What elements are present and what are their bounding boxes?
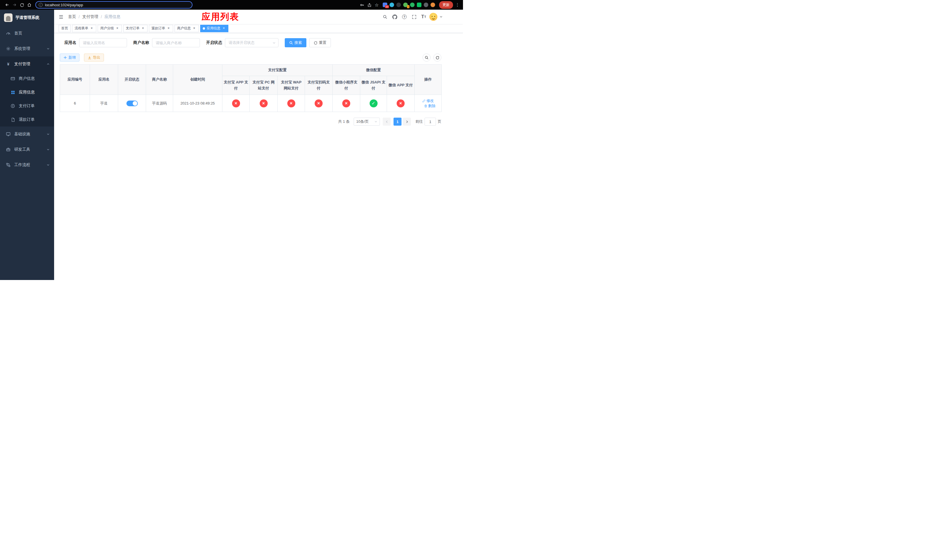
status-toggle[interactable] <box>126 101 138 106</box>
extension-icon[interactable] <box>431 3 435 7</box>
next-page-button[interactable] <box>403 118 411 126</box>
chevron-up-icon <box>47 63 50 65</box>
sidebar-item-pay[interactable]: ¥ 支付管理 <box>0 56 54 72</box>
tab-home[interactable]: 首页 <box>59 25 71 32</box>
sidebar-item-home[interactable]: 首页 <box>0 26 54 41</box>
github-icon[interactable] <box>391 13 399 21</box>
search-icon[interactable] <box>381 13 389 21</box>
sidebar-item-merchant-info[interactable]: 商户信息 <box>0 72 54 85</box>
avatar[interactable] <box>430 13 437 21</box>
tab-flow-form[interactable]: 流程表单 × <box>72 25 96 32</box>
edit-link-label: 修改 <box>427 98 434 103</box>
reload-icon[interactable] <box>18 1 26 9</box>
table-refresh-button[interactable] <box>433 53 441 62</box>
extension-icon[interactable] <box>396 3 401 7</box>
reset-button-label: 重置 <box>319 40 326 45</box>
close-icon[interactable]: × <box>90 26 94 30</box>
reset-button[interactable]: 重置 <box>309 38 331 47</box>
chevron-down-icon <box>47 133 50 136</box>
extension-icon[interactable]: 10 <box>383 3 387 7</box>
page-size-select[interactable]: 10条/页 <box>354 118 380 126</box>
browser-chrome: i localhost:1024/pay/app ☆ 10 1 更新 ⋮ <box>0 0 463 10</box>
page-size-value: 10条/页 <box>356 119 369 124</box>
sidebar-item-workflow[interactable]: 工作流程 <box>0 157 54 173</box>
sidebar-item-infra[interactable]: 基础设施 <box>0 127 54 142</box>
search-button-label: 搜索 <box>294 40 302 45</box>
tab-merchant-info[interactable]: 商户信息 × <box>174 25 199 32</box>
extension-icon[interactable] <box>417 3 421 7</box>
forward-icon[interactable] <box>11 1 18 9</box>
goto-page-input[interactable] <box>425 118 436 126</box>
close-icon[interactable]: × <box>222 26 226 30</box>
tab-label: 首页 <box>61 26 68 31</box>
sidebar-item-label: 应用信息 <box>19 90 35 95</box>
sidebar-item-label: 退款订单 <box>19 117 35 122</box>
back-icon[interactable] <box>3 1 11 9</box>
prev-page-button[interactable] <box>383 118 391 126</box>
app-name-input[interactable] <box>79 38 127 47</box>
logo-avatar <box>4 14 12 22</box>
close-icon[interactable]: × <box>192 26 196 30</box>
search-button[interactable]: 搜索 <box>285 38 306 47</box>
cell-merchant: 芋道源码 <box>146 95 173 112</box>
sidebar-logo-row[interactable]: 芋道管理系统 <box>0 10 54 26</box>
sidebar-item-devtools[interactable]: 研发工具 <box>0 142 54 157</box>
tab-refund-order[interactable]: 退款订单 × <box>149 25 173 32</box>
tab-pay-order[interactable]: 支付订单 × <box>123 25 147 32</box>
dashboard-icon <box>6 31 11 36</box>
search-icon <box>289 41 293 45</box>
app-name-label: 应用名 <box>64 40 76 45</box>
merchant-name-input[interactable] <box>152 38 200 47</box>
status-select[interactable]: 请选择开启状态 <box>225 38 278 47</box>
wx-jsapi-status-icon: ✓ <box>369 100 378 107</box>
close-icon[interactable]: × <box>141 26 145 30</box>
breadcrumb-item[interactable]: 首页 <box>68 14 76 20</box>
delete-link[interactable]: 删除 <box>424 103 436 109</box>
home-icon[interactable] <box>26 1 33 9</box>
address-bar[interactable]: i localhost:1024/pay/app <box>35 1 192 9</box>
browser-update-button[interactable]: 更新 <box>439 1 453 9</box>
key-icon[interactable] <box>358 1 366 9</box>
close-icon[interactable]: × <box>166 26 171 30</box>
sidebar-item-label: 工作流程 <box>14 162 30 168</box>
extension-icon[interactable] <box>410 3 415 7</box>
column-header-alipay-wap: 支付宝 WAP 网站支付 <box>278 76 305 95</box>
add-button[interactable]: 新增 <box>60 53 79 62</box>
extension-icon[interactable] <box>424 3 428 7</box>
tab-label: 支付订单 <box>126 26 139 31</box>
column-header-actions: 操作 <box>415 65 442 95</box>
sidebar-item-app-info[interactable]: 应用信息 <box>0 85 54 99</box>
site-info-icon[interactable]: i <box>39 3 43 7</box>
status-label: 开启状态 <box>206 40 222 45</box>
chevron-down-icon[interactable] <box>440 15 442 18</box>
page-number-1[interactable]: 1 <box>393 118 401 126</box>
extension-icon[interactable] <box>390 3 394 7</box>
edit-link[interactable]: 修改 <box>422 98 434 103</box>
add-button-label: 新增 <box>68 55 76 60</box>
font-size-icon[interactable]: TT <box>420 13 428 21</box>
table-search-toggle-button[interactable] <box>422 53 431 62</box>
browser-menu-icon[interactable]: ⋮ <box>455 2 460 8</box>
alipay-qr-status-icon: × <box>315 100 322 107</box>
breadcrumb-item[interactable]: 支付管理 <box>82 14 98 20</box>
tab-user-group[interactable]: 用户分组 × <box>98 25 122 32</box>
share-icon[interactable] <box>366 1 373 9</box>
export-button[interactable]: 导出 <box>84 53 104 62</box>
close-icon[interactable]: × <box>115 26 119 30</box>
fullscreen-icon[interactable] <box>410 13 418 21</box>
bookmark-star-icon[interactable]: ☆ <box>373 1 380 9</box>
help-icon[interactable]: ? <box>400 13 409 21</box>
extension-icon[interactable]: 1 <box>403 3 408 7</box>
document-icon <box>10 118 15 122</box>
hamburger-icon[interactable] <box>59 15 64 20</box>
column-header-alipay-pc: 支付宝 PC 网站支付 <box>250 76 278 95</box>
sidebar-item-system[interactable]: 系统管理 <box>0 41 54 56</box>
tab-label: 应用信息 <box>207 26 220 31</box>
tab-app-info[interactable]: 应用信息 × <box>200 25 228 32</box>
sidebar-item-refund-order[interactable]: 退款订单 <box>0 113 54 127</box>
sidebar-item-pay-order[interactable]: 支付订单 <box>0 99 54 113</box>
cell-created: 2021-10-23 08:49:25 <box>173 95 222 112</box>
search-icon <box>425 56 428 59</box>
sidebar-item-label: 支付管理 <box>14 62 30 67</box>
trash-icon <box>424 104 427 107</box>
